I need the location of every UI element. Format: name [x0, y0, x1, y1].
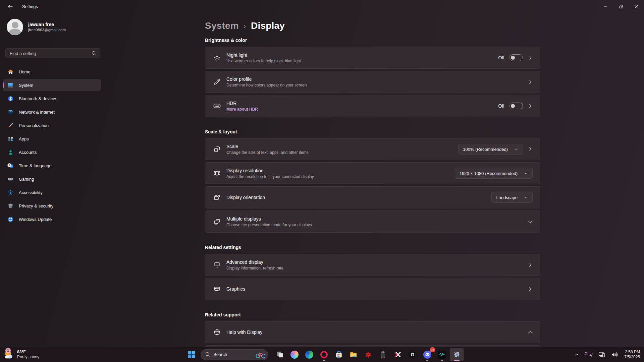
weather-widget[interactable]: 1 83°F Partly sunny [3, 347, 39, 362]
chevron-right-icon [528, 287, 533, 291]
clock[interactable]: 2:58 PM 7/5/2025 [624, 350, 640, 360]
row-display-resolution[interactable]: Display resolution Adjust the resolution… [205, 162, 540, 184]
row-color-profile[interactable]: Color profile Determine how colors appea… [205, 71, 540, 93]
weather-temp: 83°F [17, 350, 39, 355]
row-advanced-display[interactable]: Advanced display Display information, re… [205, 254, 540, 276]
search-box[interactable] [5, 48, 100, 58]
resolution-dropdown[interactable]: 644 × 362 (Recommended) [455, 168, 533, 179]
hdr-icon: HDR [213, 102, 221, 110]
chevron-down-icon[interactable] [528, 219, 533, 224]
edge-icon [305, 351, 313, 359]
accounts-icon [7, 149, 14, 156]
row-subtitle: Display information, refresh rate [226, 266, 283, 270]
row-scale[interactable]: Scale Change the size of text, apps, and… [205, 138, 540, 160]
hdr-toggle[interactable] [509, 103, 523, 109]
sidebar-item-label: Time & language [19, 163, 52, 168]
row-night-light[interactable]: Night light Use warmer colors to help bl… [205, 47, 540, 69]
settings-app-button[interactable] [450, 348, 464, 361]
network-icon [7, 109, 14, 115]
sidebar-item-windows-update[interactable]: Windows Update [3, 213, 101, 225]
breadcrumb-separator: › [244, 23, 246, 30]
row-hdr[interactable]: HDR HDR More about HDR Off [205, 95, 540, 117]
copilot-icon [290, 351, 299, 359]
chevron-right-icon [528, 262, 533, 267]
network-button[interactable] [596, 349, 608, 361]
volume-button[interactable] [609, 349, 620, 361]
start-button[interactable] [184, 348, 199, 361]
sidebar-item-privacy-security[interactable]: Privacy & security [3, 200, 101, 212]
sidebar-item-system[interactable]: System [3, 79, 101, 91]
speaker-icon [611, 352, 618, 358]
sidebar-item-accounts[interactable]: Accounts [3, 146, 101, 158]
search-input[interactable] [9, 51, 92, 56]
mouse-icon [380, 351, 386, 359]
row-title: Advanced display [226, 259, 283, 265]
back-button[interactable] [3, 1, 17, 12]
close-icon [634, 5, 638, 9]
close-button[interactable] [629, 0, 644, 13]
titlebar: Settings [0, 0, 644, 13]
redragon-button[interactable] [362, 348, 375, 361]
sidebar-item-apps[interactable]: Apps [3, 133, 101, 145]
row-title: Night light [226, 52, 301, 58]
scale-dropdown[interactable]: 100% (Recommended) [458, 144, 523, 155]
breadcrumb: System › Display [205, 19, 540, 33]
sidebar-item-gaming[interactable]: Gaming [3, 173, 101, 185]
logitech-g-button[interactable]: G [406, 348, 419, 361]
breadcrumb-system[interactable]: System [205, 20, 239, 31]
copilot-button[interactable] [288, 348, 301, 361]
selected-accent-bar [3, 82, 4, 88]
discord-button[interactable]: 9+ [421, 348, 434, 361]
network-display-icon [598, 352, 606, 358]
settings-gear-icon [453, 351, 461, 359]
row-subtitle: Determine how colors appear on your scre… [226, 83, 307, 87]
sidebar-item-bluetooth-devices[interactable]: Bluetooth & devices [3, 93, 101, 105]
chevron-up-icon [575, 352, 579, 357]
file-explorer-button[interactable] [347, 348, 360, 361]
resolution-dropdown-value: 644 × 362 (Recommended) [460, 171, 518, 176]
chevron-up-icon[interactable] [528, 330, 533, 335]
sidebar-item-personalization[interactable]: Personalization [3, 119, 101, 131]
sidebar-item-time-language[interactable]: Time & language [3, 160, 101, 172]
restore-button[interactable] [613, 0, 629, 13]
edge-button[interactable] [303, 348, 316, 361]
chevron-right-icon [528, 79, 533, 84]
system-icon [7, 82, 14, 88]
gaming-icon [7, 176, 14, 182]
minimize-button[interactable] [598, 0, 613, 13]
mouse-utility-button[interactable] [376, 348, 390, 361]
row-title: HDR [226, 101, 258, 106]
chevron-right-icon [528, 147, 533, 152]
taskbar-search[interactable]: Search [201, 349, 268, 360]
opera-gx-button[interactable] [317, 348, 331, 361]
more-about-hdr-link[interactable]: More about HDR [226, 107, 258, 112]
row-help-with-display[interactable]: Help with Display [205, 321, 540, 343]
row-multiple-displays[interactable]: Multiple displays Choose the presentatio… [205, 210, 540, 233]
privacy-indicators[interactable] [582, 349, 595, 361]
hidden-icons-button[interactable] [573, 349, 581, 361]
row-subtitle: Adjust the resolution to fit your connec… [226, 174, 314, 179]
section-title-related-settings: Related settings [205, 245, 540, 250]
x-app-button[interactable] [391, 348, 405, 361]
sidebar-item-home[interactable]: Home [3, 66, 101, 78]
section-title-brightness-color: Brightness & color [205, 38, 540, 43]
user-profile[interactable]: jawuan free jfree0863@gmail.com [7, 19, 66, 35]
tray-time: 2:58 PM [624, 350, 640, 355]
chevron-right-icon [528, 55, 533, 60]
task-view-button[interactable] [273, 348, 286, 361]
sidebar-item-label: Personalization [19, 123, 49, 128]
row-title: Display orientation [226, 195, 265, 200]
apps-icon [7, 135, 14, 142]
microsoft-store-button[interactable] [332, 348, 345, 361]
chevron-down-icon [515, 147, 518, 151]
sidebar-item-network-internet[interactable]: Network & internet [3, 106, 101, 118]
orientation-dropdown[interactable]: Landscape [491, 192, 533, 203]
row-display-orientation[interactable]: Display orientation Landscape [205, 186, 540, 208]
active-indicator [454, 360, 460, 361]
scale-icon [213, 145, 221, 153]
taskbar-search-label: Search [213, 352, 255, 357]
voicemod-button[interactable] [435, 348, 449, 361]
sidebar-item-accessibility[interactable]: Accessibility [3, 186, 101, 198]
row-graphics[interactable]: Graphics [205, 278, 540, 300]
night-light-toggle[interactable] [509, 54, 523, 61]
